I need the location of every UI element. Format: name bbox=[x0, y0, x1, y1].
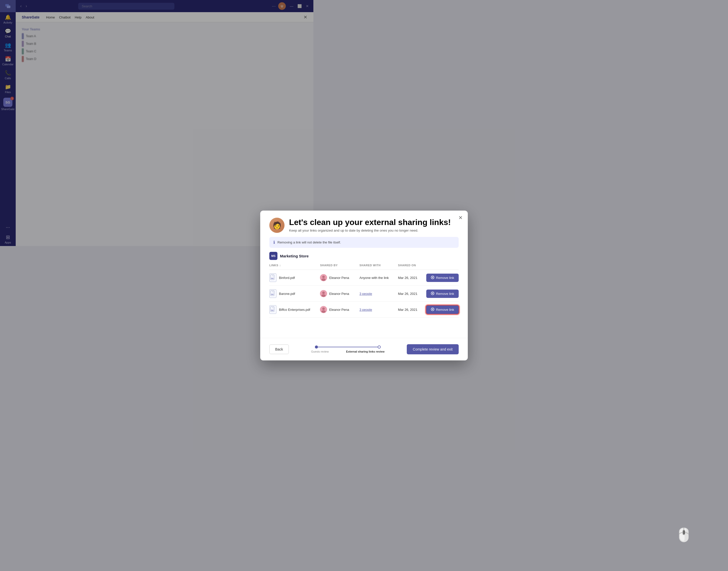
info-banner: ℹ Removing a link will not delete the fi… bbox=[269, 237, 314, 246]
info-banner-text: Removing a link will not delete the file… bbox=[277, 240, 314, 244]
modal-subtitle: Keep all your links organized and up to … bbox=[289, 229, 314, 232]
modal-header: 🧑 Let's clean up your external sharing l… bbox=[260, 211, 314, 237]
modal-title-area: Let's clean up your external sharing lin… bbox=[289, 218, 314, 232]
modal-overlay bbox=[0, 0, 314, 246]
modal-dialog: ✕ 🧑 Let's clean up your external sharing… bbox=[260, 211, 314, 246]
modal-title: Let's clean up your external sharing lin… bbox=[289, 218, 314, 227]
modal-user-avatar: 🧑 bbox=[269, 218, 284, 233]
info-icon: ℹ bbox=[273, 240, 275, 245]
